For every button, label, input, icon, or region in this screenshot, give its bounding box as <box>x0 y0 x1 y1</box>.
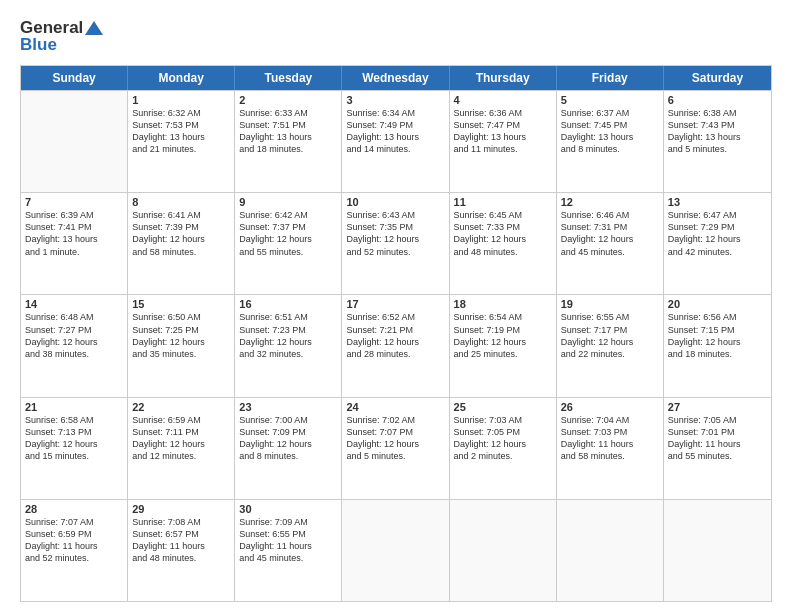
calendar-cell: 15Sunrise: 6:50 AM Sunset: 7:25 PM Dayli… <box>128 295 235 396</box>
day-info: Sunrise: 6:33 AM Sunset: 7:51 PM Dayligh… <box>239 107 337 156</box>
day-info: Sunrise: 6:59 AM Sunset: 7:11 PM Dayligh… <box>132 414 230 463</box>
calendar-header-cell: Sunday <box>21 66 128 90</box>
day-info: Sunrise: 6:45 AM Sunset: 7:33 PM Dayligh… <box>454 209 552 258</box>
day-number: 6 <box>668 94 767 106</box>
calendar-cell: 14Sunrise: 6:48 AM Sunset: 7:27 PM Dayli… <box>21 295 128 396</box>
day-number: 29 <box>132 503 230 515</box>
day-number: 9 <box>239 196 337 208</box>
calendar-cell: 4Sunrise: 6:36 AM Sunset: 7:47 PM Daylig… <box>450 91 557 192</box>
calendar-cell: 7Sunrise: 6:39 AM Sunset: 7:41 PM Daylig… <box>21 193 128 294</box>
day-info: Sunrise: 6:51 AM Sunset: 7:23 PM Dayligh… <box>239 311 337 360</box>
day-number: 4 <box>454 94 552 106</box>
calendar-cell: 5Sunrise: 6:37 AM Sunset: 7:45 PM Daylig… <box>557 91 664 192</box>
day-info: Sunrise: 6:58 AM Sunset: 7:13 PM Dayligh… <box>25 414 123 463</box>
calendar-cell: 16Sunrise: 6:51 AM Sunset: 7:23 PM Dayli… <box>235 295 342 396</box>
day-number: 20 <box>668 298 767 310</box>
day-info: Sunrise: 7:03 AM Sunset: 7:05 PM Dayligh… <box>454 414 552 463</box>
day-number: 26 <box>561 401 659 413</box>
calendar-body: 1Sunrise: 6:32 AM Sunset: 7:53 PM Daylig… <box>21 90 771 601</box>
calendar-cell: 27Sunrise: 7:05 AM Sunset: 7:01 PM Dayli… <box>664 398 771 499</box>
calendar-header-cell: Thursday <box>450 66 557 90</box>
calendar-cell: 26Sunrise: 7:04 AM Sunset: 7:03 PM Dayli… <box>557 398 664 499</box>
calendar-cell: 23Sunrise: 7:00 AM Sunset: 7:09 PM Dayli… <box>235 398 342 499</box>
day-number: 10 <box>346 196 444 208</box>
calendar-cell: 25Sunrise: 7:03 AM Sunset: 7:05 PM Dayli… <box>450 398 557 499</box>
calendar-cell: 13Sunrise: 6:47 AM Sunset: 7:29 PM Dayli… <box>664 193 771 294</box>
calendar-cell: 28Sunrise: 7:07 AM Sunset: 6:59 PM Dayli… <box>21 500 128 601</box>
day-info: Sunrise: 6:32 AM Sunset: 7:53 PM Dayligh… <box>132 107 230 156</box>
day-number: 22 <box>132 401 230 413</box>
day-number: 15 <box>132 298 230 310</box>
day-info: Sunrise: 6:46 AM Sunset: 7:31 PM Dayligh… <box>561 209 659 258</box>
calendar-cell <box>450 500 557 601</box>
day-info: Sunrise: 6:38 AM Sunset: 7:43 PM Dayligh… <box>668 107 767 156</box>
day-info: Sunrise: 6:42 AM Sunset: 7:37 PM Dayligh… <box>239 209 337 258</box>
header: General Blue <box>20 18 772 55</box>
calendar-cell <box>21 91 128 192</box>
day-info: Sunrise: 6:34 AM Sunset: 7:49 PM Dayligh… <box>346 107 444 156</box>
calendar-cell <box>664 500 771 601</box>
calendar-cell: 12Sunrise: 6:46 AM Sunset: 7:31 PM Dayli… <box>557 193 664 294</box>
calendar-cell: 10Sunrise: 6:43 AM Sunset: 7:35 PM Dayli… <box>342 193 449 294</box>
calendar-cell: 3Sunrise: 6:34 AM Sunset: 7:49 PM Daylig… <box>342 91 449 192</box>
day-info: Sunrise: 6:56 AM Sunset: 7:15 PM Dayligh… <box>668 311 767 360</box>
day-number: 13 <box>668 196 767 208</box>
day-number: 16 <box>239 298 337 310</box>
calendar-header-cell: Saturday <box>664 66 771 90</box>
calendar-week-row: 14Sunrise: 6:48 AM Sunset: 7:27 PM Dayli… <box>21 294 771 396</box>
day-number: 8 <box>132 196 230 208</box>
day-number: 1 <box>132 94 230 106</box>
day-number: 3 <box>346 94 444 106</box>
calendar-cell: 19Sunrise: 6:55 AM Sunset: 7:17 PM Dayli… <box>557 295 664 396</box>
day-number: 7 <box>25 196 123 208</box>
page: General Blue SundayMondayTuesdayWednesda… <box>0 0 792 612</box>
day-info: Sunrise: 6:47 AM Sunset: 7:29 PM Dayligh… <box>668 209 767 258</box>
calendar: SundayMondayTuesdayWednesdayThursdayFrid… <box>20 65 772 602</box>
day-number: 19 <box>561 298 659 310</box>
day-info: Sunrise: 7:05 AM Sunset: 7:01 PM Dayligh… <box>668 414 767 463</box>
day-info: Sunrise: 7:09 AM Sunset: 6:55 PM Dayligh… <box>239 516 337 565</box>
calendar-cell: 30Sunrise: 7:09 AM Sunset: 6:55 PM Dayli… <box>235 500 342 601</box>
day-number: 28 <box>25 503 123 515</box>
calendar-header-cell: Friday <box>557 66 664 90</box>
day-number: 24 <box>346 401 444 413</box>
day-info: Sunrise: 7:04 AM Sunset: 7:03 PM Dayligh… <box>561 414 659 463</box>
day-info: Sunrise: 6:55 AM Sunset: 7:17 PM Dayligh… <box>561 311 659 360</box>
day-info: Sunrise: 7:07 AM Sunset: 6:59 PM Dayligh… <box>25 516 123 565</box>
day-info: Sunrise: 6:43 AM Sunset: 7:35 PM Dayligh… <box>346 209 444 258</box>
day-number: 18 <box>454 298 552 310</box>
day-info: Sunrise: 6:50 AM Sunset: 7:25 PM Dayligh… <box>132 311 230 360</box>
day-number: 2 <box>239 94 337 106</box>
calendar-cell: 8Sunrise: 6:41 AM Sunset: 7:39 PM Daylig… <box>128 193 235 294</box>
calendar-header-row: SundayMondayTuesdayWednesdayThursdayFrid… <box>21 66 771 90</box>
logo: General Blue <box>20 18 103 55</box>
day-number: 5 <box>561 94 659 106</box>
calendar-cell: 20Sunrise: 6:56 AM Sunset: 7:15 PM Dayli… <box>664 295 771 396</box>
logo-icon <box>85 21 103 35</box>
day-info: Sunrise: 7:00 AM Sunset: 7:09 PM Dayligh… <box>239 414 337 463</box>
calendar-cell: 1Sunrise: 6:32 AM Sunset: 7:53 PM Daylig… <box>128 91 235 192</box>
svg-marker-0 <box>85 21 103 35</box>
day-number: 25 <box>454 401 552 413</box>
calendar-week-row: 21Sunrise: 6:58 AM Sunset: 7:13 PM Dayli… <box>21 397 771 499</box>
calendar-cell: 2Sunrise: 6:33 AM Sunset: 7:51 PM Daylig… <box>235 91 342 192</box>
day-number: 21 <box>25 401 123 413</box>
day-info: Sunrise: 6:39 AM Sunset: 7:41 PM Dayligh… <box>25 209 123 258</box>
day-number: 27 <box>668 401 767 413</box>
calendar-cell: 18Sunrise: 6:54 AM Sunset: 7:19 PM Dayli… <box>450 295 557 396</box>
calendar-cell: 9Sunrise: 6:42 AM Sunset: 7:37 PM Daylig… <box>235 193 342 294</box>
day-info: Sunrise: 6:54 AM Sunset: 7:19 PM Dayligh… <box>454 311 552 360</box>
calendar-header-cell: Monday <box>128 66 235 90</box>
calendar-header-cell: Wednesday <box>342 66 449 90</box>
day-info: Sunrise: 6:41 AM Sunset: 7:39 PM Dayligh… <box>132 209 230 258</box>
logo-blue: Blue <box>20 35 57 55</box>
calendar-header-cell: Tuesday <box>235 66 342 90</box>
day-info: Sunrise: 6:37 AM Sunset: 7:45 PM Dayligh… <box>561 107 659 156</box>
day-number: 11 <box>454 196 552 208</box>
day-info: Sunrise: 7:02 AM Sunset: 7:07 PM Dayligh… <box>346 414 444 463</box>
calendar-cell <box>342 500 449 601</box>
day-number: 14 <box>25 298 123 310</box>
calendar-cell: 21Sunrise: 6:58 AM Sunset: 7:13 PM Dayli… <box>21 398 128 499</box>
calendar-cell: 11Sunrise: 6:45 AM Sunset: 7:33 PM Dayli… <box>450 193 557 294</box>
day-number: 30 <box>239 503 337 515</box>
